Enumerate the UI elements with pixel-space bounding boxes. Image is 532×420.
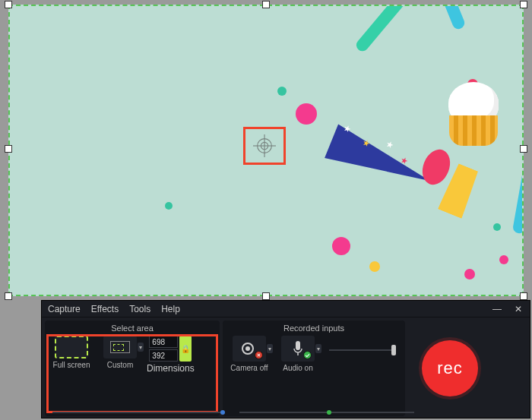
marker-dot[interactable] [327, 410, 331, 415]
dimensions-group: 🔒 Dimensions [147, 336, 195, 374]
lock-icon: 🔒 [181, 345, 190, 353]
dimensions-label: Dimensions [147, 363, 195, 374]
audio-label: Audio on [283, 364, 312, 372]
resize-handle-mr[interactable] [520, 145, 527, 153]
decor-straw [412, 5, 466, 31]
recorded-inputs-section: Recorded inputs ▾ Camera off ▾ [223, 321, 405, 416]
resize-handle-tm[interactable] [262, 1, 270, 8]
resize-handle-tl[interactable] [5, 1, 12, 8]
svg-point-5 [245, 346, 250, 351]
select-area-title: Select area [49, 324, 215, 336]
decor-confetti [464, 269, 475, 279]
recorder-panel: Capture Effects Tools Help — ✕ Select ar… [41, 300, 530, 418]
decor-confetti [369, 261, 380, 272]
resize-handle-bl[interactable] [5, 292, 12, 300]
status-off-icon [255, 351, 263, 359]
crosshair-icon [253, 134, 276, 157]
record-button[interactable]: rec [422, 340, 478, 396]
svg-rect-6 [296, 341, 300, 350]
decor-confetti [296, 103, 317, 125]
resize-handle-ml[interactable] [5, 145, 12, 153]
lock-aspect-button[interactable]: 🔒 [179, 336, 192, 362]
resize-handle-bm[interactable] [262, 292, 270, 300]
move-selection-crosshair[interactable] [243, 127, 286, 165]
decor-confetti [332, 237, 350, 255]
decor-cupcake [443, 82, 504, 149]
record-section: rec [408, 321, 492, 416]
decor-confetti [493, 223, 501, 231]
volume-slider[interactable] [325, 337, 401, 363]
menu-help[interactable]: Help [161, 304, 180, 314]
custom-area-icon: ▾ [103, 336, 137, 358]
full-screen-label: Full screen [53, 361, 90, 369]
menu-tools[interactable]: Tools [129, 304, 150, 314]
decor-confetti [165, 202, 173, 210]
chevron-down-icon[interactable]: ▾ [315, 344, 321, 353]
custom-area-option[interactable]: ▾ Custom [98, 336, 142, 369]
status-on-icon [303, 351, 312, 359]
chevron-down-icon[interactable]: ▾ [267, 344, 273, 353]
menu-effects[interactable]: Effects [91, 304, 119, 314]
camera-toggle[interactable]: ▾ Camera off [227, 336, 271, 372]
height-input[interactable] [149, 349, 178, 362]
microphone-icon: ▾ [281, 336, 315, 362]
bottom-marker-bar [42, 412, 530, 416]
camera-icon: ▾ [233, 336, 266, 362]
close-button[interactable]: ✕ [513, 304, 524, 314]
menubar: Capture Effects Tools Help — ✕ [42, 301, 530, 317]
marker-dot[interactable] [220, 410, 225, 415]
resize-handle-tr[interactable] [520, 1, 527, 8]
select-area-section: Select area Full screen ▾ Custom [45, 321, 220, 416]
width-input[interactable] [149, 336, 178, 348]
recorded-inputs-title: Recorded inputs [227, 324, 401, 336]
record-label: rec [437, 358, 463, 378]
decor-confetti [277, 87, 287, 96]
chevron-down-icon[interactable]: ▾ [138, 343, 144, 352]
full-screen-icon [55, 336, 88, 358]
decor-straw [354, 5, 437, 54]
minimize-button[interactable]: — [492, 304, 502, 314]
slider-thumb[interactable] [391, 345, 396, 355]
decor-confetti [499, 255, 508, 264]
menu-capture[interactable]: Capture [48, 304, 81, 314]
camera-label: Camera off [230, 364, 268, 372]
audio-toggle[interactable]: ▾ Audio on [276, 336, 320, 372]
resize-handle-br[interactable] [520, 292, 527, 300]
full-screen-option[interactable]: Full screen [49, 336, 93, 369]
custom-area-label: Custom [107, 361, 133, 369]
